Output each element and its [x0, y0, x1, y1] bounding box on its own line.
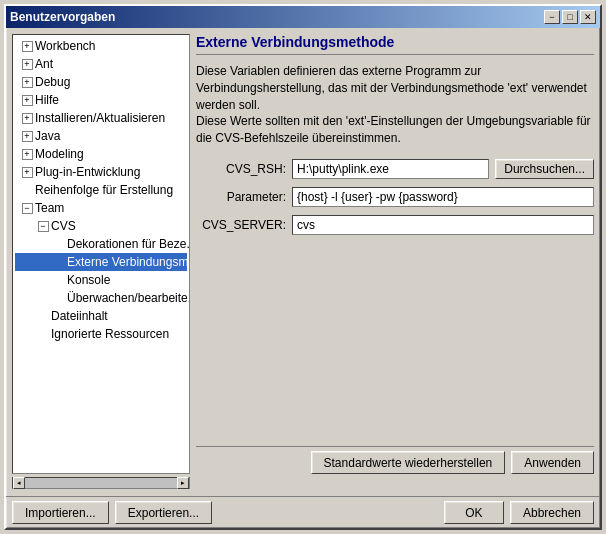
description-text: Diese Variablen definieren das externe P…	[196, 63, 594, 147]
tree-item-konsole[interactable]: Konsole	[15, 271, 187, 289]
footer-left: Importieren... Exportieren...	[12, 501, 212, 524]
expand-icon-team[interactable]: −	[19, 200, 35, 216]
tree-scrollbar-area: ◂ ▸	[12, 476, 190, 490]
tree-item-reihenfolge[interactable]: Reihenfolge für Erstellung	[15, 181, 187, 199]
tree-item-debug[interactable]: + Debug	[15, 73, 187, 91]
expand-spacer-konsole	[51, 272, 67, 288]
tree-item-modeling[interactable]: + Modeling	[15, 145, 187, 163]
restore-defaults-button[interactable]: Standardwerte wiederherstellen	[311, 451, 506, 474]
expand-spacer-reihenfolge	[19, 182, 35, 198]
tree-label-modeling: Modeling	[35, 147, 84, 161]
scroll-right-button[interactable]: ▸	[177, 477, 189, 489]
parameter-row: Parameter:	[196, 187, 594, 207]
tree-label-java: Java	[35, 129, 60, 143]
cvs-rsh-input[interactable]	[292, 159, 489, 179]
maximize-button[interactable]: □	[562, 10, 578, 24]
tree-label-externe: Externe Verbindungsm...	[67, 255, 190, 269]
tree-item-hilfe[interactable]: + Hilfe	[15, 91, 187, 109]
tree-label-hilfe: Hilfe	[35, 93, 59, 107]
titlebar: Benutzervorgaben − □ ✕	[6, 6, 600, 28]
tree-label-dateiinhalt: Dateiinhalt	[51, 309, 108, 323]
import-button[interactable]: Importieren...	[12, 501, 109, 524]
expand-spacer-deko	[51, 236, 67, 252]
tree-item-team[interactable]: − Team	[15, 199, 187, 217]
titlebar-buttons: − □ ✕	[544, 10, 596, 24]
tree-label-reihenfolge: Reihenfolge für Erstellung	[35, 183, 173, 197]
main-area: + Workbench + Ant + Debug + Hilfe	[12, 34, 594, 474]
tree-item-ant[interactable]: + Ant	[15, 55, 187, 73]
expand-spacer-ignorierte	[35, 326, 51, 342]
tree-panel[interactable]: + Workbench + Ant + Debug + Hilfe	[12, 34, 190, 474]
scroll-left-button[interactable]: ◂	[13, 477, 25, 489]
tree-item-workbench[interactable]: + Workbench	[15, 37, 187, 55]
expand-icon-cvs[interactable]: −	[35, 218, 51, 234]
cvs-server-row: CVS_SERVER:	[196, 215, 594, 235]
minimize-button[interactable]: −	[544, 10, 560, 24]
export-button[interactable]: Exportieren...	[115, 501, 212, 524]
tree-label-ant: Ant	[35, 57, 53, 71]
cvs-rsh-row: CVS_RSH: Durchsuchen...	[196, 159, 594, 179]
tree-label-ueberwachen: Überwachen/bearbeite...	[67, 291, 190, 305]
tree-label-installieren: Installieren/Aktualisieren	[35, 111, 165, 125]
expand-icon-modeling[interactable]: +	[19, 146, 35, 162]
tree-item-installieren[interactable]: + Installieren/Aktualisieren	[15, 109, 187, 127]
tree-item-plugin[interactable]: + Plug-in-Entwicklung	[15, 163, 187, 181]
tree-label-debug: Debug	[35, 75, 70, 89]
tree-item-externe[interactable]: Externe Verbindungsm...	[15, 253, 187, 271]
ok-button[interactable]: OK	[444, 501, 504, 524]
parameter-label: Parameter:	[196, 190, 286, 204]
tree-label-team: Team	[35, 201, 64, 215]
cancel-button[interactable]: Abbrechen	[510, 501, 594, 524]
bottom-buttons: Standardwerte wiederherstellen Anwenden	[196, 446, 594, 474]
expand-icon-debug[interactable]: +	[19, 74, 35, 90]
tree-label-konsole: Konsole	[67, 273, 110, 287]
browse-button[interactable]: Durchsuchen...	[495, 159, 594, 179]
expand-icon-installieren[interactable]: +	[19, 110, 35, 126]
tree-item-java[interactable]: + Java	[15, 127, 187, 145]
tree-label-ignorierte: Ignorierte Ressourcen	[51, 327, 169, 341]
expand-spacer-dateiinhalt	[35, 308, 51, 324]
cvs-server-label: CVS_SERVER:	[196, 218, 286, 232]
panel-title: Externe Verbindungsmethode	[196, 34, 594, 55]
expand-spacer-externe	[51, 254, 67, 270]
window-footer: Importieren... Exportieren... OK Abbrech…	[6, 496, 600, 528]
expand-icon-plugin[interactable]: +	[19, 164, 35, 180]
expand-icon-ant[interactable]: +	[19, 56, 35, 72]
tree-item-dateiinhalt[interactable]: Dateiinhalt	[15, 307, 187, 325]
window-content: + Workbench + Ant + Debug + Hilfe	[6, 28, 600, 496]
footer-right: OK Abbrechen	[444, 501, 594, 524]
close-button[interactable]: ✕	[580, 10, 596, 24]
preferences-window: Benutzervorgaben − □ ✕ + Workbench + Ant	[4, 4, 602, 530]
apply-button[interactable]: Anwenden	[511, 451, 594, 474]
tree-label-dekorationen: Dekorationen für Beze...	[67, 237, 190, 251]
right-panel: Externe Verbindungsmethode Diese Variabl…	[196, 34, 594, 474]
parameter-input[interactable]	[292, 187, 594, 207]
scroll-track[interactable]	[25, 478, 177, 488]
cvs-rsh-label: CVS_RSH:	[196, 162, 286, 176]
tree-label-cvs: CVS	[51, 219, 76, 233]
window-title: Benutzervorgaben	[10, 10, 115, 24]
form-area: CVS_RSH: Durchsuchen... Parameter: CVS_S…	[196, 159, 594, 235]
expand-icon-workbench[interactable]: +	[19, 38, 35, 54]
tree-label-plugin: Plug-in-Entwicklung	[35, 165, 140, 179]
cvs-server-input[interactable]	[292, 215, 594, 235]
expand-icon-hilfe[interactable]: +	[19, 92, 35, 108]
tree-item-cvs[interactable]: − CVS	[15, 217, 187, 235]
tree-item-ignorierte[interactable]: Ignorierte Ressourcen	[15, 325, 187, 343]
tree-hscrollbar[interactable]: ◂ ▸	[12, 477, 190, 489]
tree-item-ueberwachen[interactable]: Überwachen/bearbeite...	[15, 289, 187, 307]
expand-spacer-ueberwachen	[51, 290, 67, 306]
tree-label-workbench: Workbench	[35, 39, 95, 53]
expand-icon-java[interactable]: +	[19, 128, 35, 144]
tree-item-dekorationen[interactable]: Dekorationen für Beze...	[15, 235, 187, 253]
